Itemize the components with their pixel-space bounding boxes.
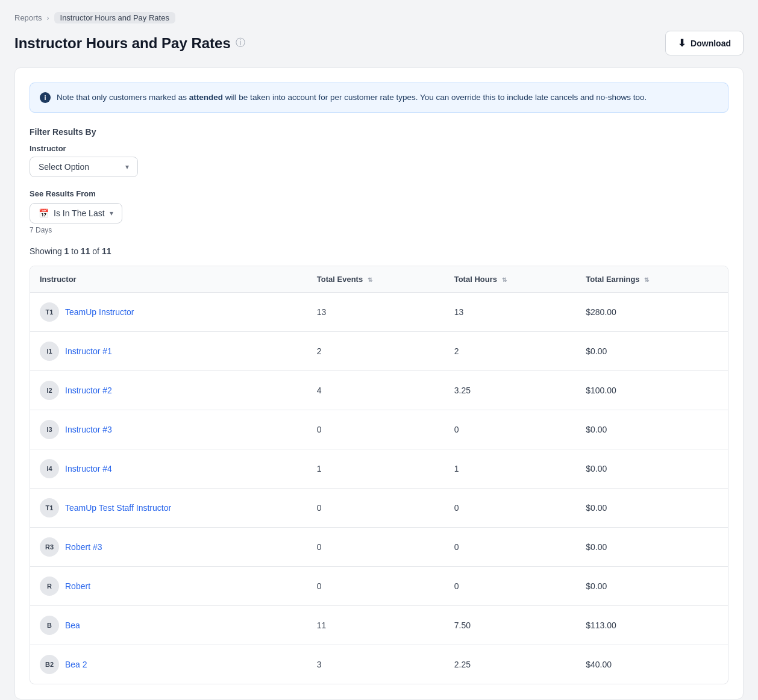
- table-row: B Bea 11 7.50 $113.00: [30, 606, 728, 645]
- avatar-4: I4: [40, 459, 59, 478]
- cell-instructor-7: R Robert: [30, 567, 307, 606]
- cell-earnings-9: $40.00: [576, 645, 728, 684]
- cell-events-8: 11: [307, 606, 445, 645]
- cell-hours-8: 7.50: [445, 606, 577, 645]
- results-table: Instructor Total Events ⇅ Total Hours ⇅ …: [30, 266, 728, 684]
- cell-earnings-0: $280.00: [576, 293, 728, 332]
- cell-events-7: 0: [307, 567, 445, 606]
- table-row: I3 Instructor #3 0 0 $0.00: [30, 410, 728, 449]
- table-body: T1 TeamUp Instructor 13 13 $280.00 I1 In…: [30, 293, 728, 684]
- table-header: Instructor Total Events ⇅ Total Hours ⇅ …: [30, 266, 728, 293]
- breadcrumb-reports-link[interactable]: Reports: [14, 13, 42, 22]
- cell-hours-5: 0: [445, 489, 577, 528]
- cell-hours-0: 13: [445, 293, 577, 332]
- download-button[interactable]: ⬇ Download: [665, 31, 744, 55]
- cell-events-6: 0: [307, 528, 445, 567]
- breadcrumb-separator: ›: [47, 14, 49, 22]
- cell-instructor-3: I3 Instructor #3: [30, 410, 307, 449]
- instructor-name-0[interactable]: TeamUp Instructor: [65, 307, 134, 317]
- cell-events-3: 0: [307, 410, 445, 449]
- breadcrumb-current: Instructor Hours and Pay Rates: [54, 12, 175, 23]
- cell-instructor-1: I1 Instructor #1: [30, 332, 307, 371]
- cell-instructor-5: T1 TeamUp Test Staff Instructor: [30, 489, 307, 528]
- cell-hours-7: 0: [445, 567, 577, 606]
- col-total-earnings[interactable]: Total Earnings ⇅: [576, 266, 728, 293]
- instructor-name-9[interactable]: Bea 2: [65, 660, 87, 669]
- cell-events-4: 1: [307, 449, 445, 489]
- cell-instructor-2: I2 Instructor #2: [30, 371, 307, 410]
- table-row: R3 Robert #3 0 0 $0.00: [30, 528, 728, 567]
- page-title: Instructor Hours and Pay Rates: [14, 35, 231, 52]
- info-text-bold: attended: [189, 93, 223, 102]
- showing-to-word: to: [69, 246, 80, 256]
- date-filter-button[interactable]: 📅 Is In The Last ▾: [30, 203, 122, 223]
- help-icon[interactable]: ⓘ: [236, 37, 245, 49]
- instructor-name-6[interactable]: Robert #3: [65, 542, 102, 552]
- cell-earnings-1: $0.00: [576, 332, 728, 371]
- instructor-name-1[interactable]: Instructor #1: [65, 346, 112, 356]
- showing-to: 11: [81, 246, 90, 256]
- table-row: R Robert 0 0 $0.00: [30, 567, 728, 606]
- cell-hours-6: 0: [445, 528, 577, 567]
- date-filter-chevron-icon: ▾: [110, 209, 113, 217]
- avatar-6: R3: [40, 537, 59, 557]
- cell-earnings-2: $100.00: [576, 371, 728, 410]
- cell-instructor-8: B Bea: [30, 606, 307, 645]
- table-row: T1 TeamUp Test Staff Instructor 0 0 $0.0…: [30, 489, 728, 528]
- table-header-row: Instructor Total Events ⇅ Total Hours ⇅ …: [30, 266, 728, 293]
- download-icon: ⬇: [678, 37, 686, 49]
- instructor-name-7[interactable]: Robert: [65, 581, 90, 591]
- info-banner-text: Note that only customers marked as atten…: [57, 92, 647, 104]
- cell-earnings-6: $0.00: [576, 528, 728, 567]
- showing-word: Showing: [30, 246, 64, 256]
- date-filter-option: Is In The Last: [54, 208, 105, 218]
- cell-instructor-9: B2 Bea 2: [30, 645, 307, 684]
- info-text-after: will be taken into account for per custo…: [223, 93, 647, 102]
- cell-earnings-7: $0.00: [576, 567, 728, 606]
- showing-text: Showing 1 to 11 of 11: [30, 246, 728, 256]
- instructor-filter-label: Instructor: [30, 144, 728, 153]
- instructor-name-3[interactable]: Instructor #3: [65, 425, 112, 434]
- col-total-events[interactable]: Total Events ⇅: [307, 266, 445, 293]
- avatar-8: B: [40, 616, 59, 635]
- cell-events-2: 4: [307, 371, 445, 410]
- breadcrumb: Reports › Instructor Hours and Pay Rates: [14, 12, 744, 23]
- cell-hours-4: 1: [445, 449, 577, 489]
- cell-hours-2: 3.25: [445, 371, 577, 410]
- avatar-7: R: [40, 577, 59, 596]
- instructor-name-8[interactable]: Bea: [65, 620, 80, 630]
- col-total-hours[interactable]: Total Hours ⇅: [445, 266, 577, 293]
- table-row: B2 Bea 2 3 2.25 $40.00: [30, 645, 728, 684]
- sort-hours-icon: ⇅: [502, 277, 507, 283]
- cell-hours-1: 2: [445, 332, 577, 371]
- avatar-5: T1: [40, 498, 59, 517]
- avatar-0: T1: [40, 302, 59, 322]
- cell-instructor-0: T1 TeamUp Instructor: [30, 293, 307, 332]
- showing-of-word: of: [90, 246, 101, 256]
- results-from-label: See Results From: [30, 189, 728, 198]
- page-title-group: Instructor Hours and Pay Rates ⓘ: [14, 35, 245, 52]
- instructor-name-2[interactable]: Instructor #2: [65, 386, 112, 395]
- sort-earnings-icon: ⇅: [644, 277, 649, 283]
- avatar-3: I3: [40, 420, 59, 439]
- page-header: Instructor Hours and Pay Rates ⓘ ⬇ Downl…: [14, 31, 744, 55]
- avatar-9: B2: [40, 655, 59, 674]
- cell-hours-3: 0: [445, 410, 577, 449]
- avatar-1: I1: [40, 342, 59, 361]
- cell-earnings-8: $113.00: [576, 606, 728, 645]
- download-label: Download: [691, 39, 731, 48]
- col-instructor: Instructor: [30, 266, 307, 293]
- info-banner: i Note that only customers marked as att…: [30, 83, 728, 113]
- calendar-icon: 📅: [39, 208, 49, 218]
- info-icon: i: [40, 92, 51, 103]
- cell-earnings-4: $0.00: [576, 449, 728, 489]
- data-table: Instructor Total Events ⇅ Total Hours ⇅ …: [30, 266, 728, 684]
- instructor-name-4[interactable]: Instructor #4: [65, 464, 112, 473]
- table-row: I1 Instructor #1 2 2 $0.00: [30, 332, 728, 371]
- chevron-down-icon: ▾: [125, 163, 129, 171]
- showing-total: 11: [102, 246, 111, 256]
- instructor-select[interactable]: Select Option ▾: [30, 157, 138, 177]
- cell-earnings-5: $0.00: [576, 489, 728, 528]
- cell-events-0: 13: [307, 293, 445, 332]
- instructor-name-5[interactable]: TeamUp Test Staff Instructor: [65, 503, 171, 513]
